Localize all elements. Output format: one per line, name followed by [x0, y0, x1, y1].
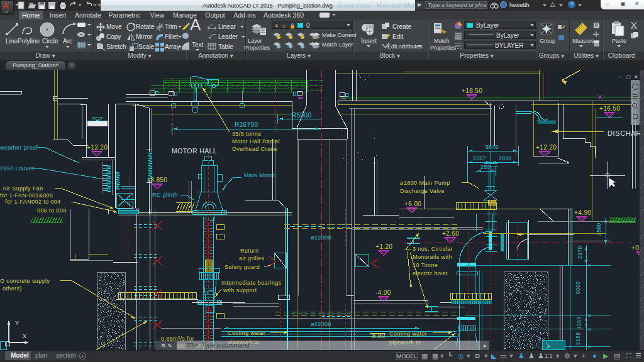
svg-text:Discharge Valve: Discharge Valve	[400, 188, 445, 194]
svg-text:2500: 2500	[596, 222, 602, 236]
svg-text:+18.50: +18.50	[462, 87, 482, 94]
svg-text:‒: ‒	[619, 74, 622, 80]
svg-text:R16700: R16700	[235, 121, 258, 128]
svg-text:O concrete supply: O concrete supply	[0, 278, 50, 284]
svg-text:2557: 2557	[473, 155, 486, 162]
svg-text:-4.00: -4.00	[375, 289, 391, 296]
svg-text:2850 Louver: 2850 Louver	[0, 165, 34, 172]
svg-text:3 nos. Circular: 3 nos. Circular	[413, 246, 453, 252]
svg-text:Cooling water: Cooling water	[389, 331, 427, 337]
svg-text:with support: with support	[223, 287, 257, 293]
svg-text:electric hoist: electric hoist	[413, 270, 448, 277]
svg-text:air grilles: air grilles	[239, 255, 265, 261]
svg-text:ø22000: ø22000	[311, 321, 331, 327]
svg-text:2830: 2830	[499, 155, 512, 162]
svg-text:weather proof: weather proof	[0, 145, 38, 151]
svg-text:6: 6	[587, 346, 592, 348]
svg-text:6: 6	[587, 328, 592, 331]
svg-text:2370: 2370	[577, 246, 583, 259]
svg-text:MOTOR HALL: MOTOR HALL	[172, 147, 217, 155]
svg-text:Motor Hall Radial: Motor Hall Radial	[232, 138, 280, 145]
svg-text:for 1-FAN-001&005: for 1-FAN-001&005	[0, 192, 53, 199]
svg-text:+6.00: +6.00	[404, 200, 421, 207]
svg-text:10 Tonne: 10 Tonne	[413, 262, 438, 268]
svg-text:Y: Y	[15, 320, 19, 326]
svg-text:+8.850: +8.850	[147, 177, 167, 184]
svg-text:Main Motor: Main Motor	[244, 172, 275, 178]
svg-text:for 1-FAN002 to 004: for 1-FAN002 to 004	[5, 199, 61, 205]
svg-text:X: X	[23, 333, 26, 339]
svg-text:Air Supply Fan: Air Supply Fan	[3, 185, 43, 192]
svg-text:+1.20: +1.20	[375, 243, 392, 250]
svg-text:R5000: R5000	[292, 112, 312, 119]
svg-text:RC plinth: RC plinth	[152, 192, 178, 198]
svg-text:1268: 1268	[576, 316, 582, 329]
svg-text:Overhead Crane: Overhead Crane	[232, 146, 277, 152]
svg-text:6000: 6000	[575, 281, 581, 294]
svg-text:▢: ▢	[626, 74, 631, 80]
svg-text:35/5 tonne: 35/5 tonne	[232, 131, 262, 137]
svg-text:✕: ✕	[634, 74, 638, 80]
svg-text:DISCHARG: DISCHARG	[608, 129, 644, 137]
svg-text:253: 253	[480, 164, 490, 170]
svg-text:+12.20: +12.20	[87, 144, 108, 151]
svg-text:+12.20: +12.20	[536, 144, 557, 151]
svg-text:ø22000: ø22000	[311, 234, 331, 241]
svg-text:+2.60: +2.60	[442, 230, 459, 237]
svg-text:Cooling water: Cooling water	[228, 330, 265, 336]
svg-text:Intermediate bearings: Intermediate bearings	[221, 280, 282, 286]
svg-text:Monorails with: Monorails with	[413, 254, 452, 260]
svg-text:ø1800 Main Pump: ø1800 Main Pump	[400, 180, 450, 186]
svg-text:006 to 008: 006 to 008	[37, 207, 67, 214]
svg-text:-8.80: -8.80	[370, 332, 386, 339]
svg-text:Safety guard: Safety guard	[225, 264, 260, 270]
svg-text:5640: 5640	[486, 144, 499, 150]
svg-text:+16.50: +16.50	[599, 105, 620, 112]
svg-text:2156: 2156	[575, 332, 581, 345]
svg-text:+4.90: +4.90	[574, 209, 591, 216]
svg-text:Return: Return	[240, 248, 258, 254]
svg-text:others): others)	[3, 285, 22, 292]
